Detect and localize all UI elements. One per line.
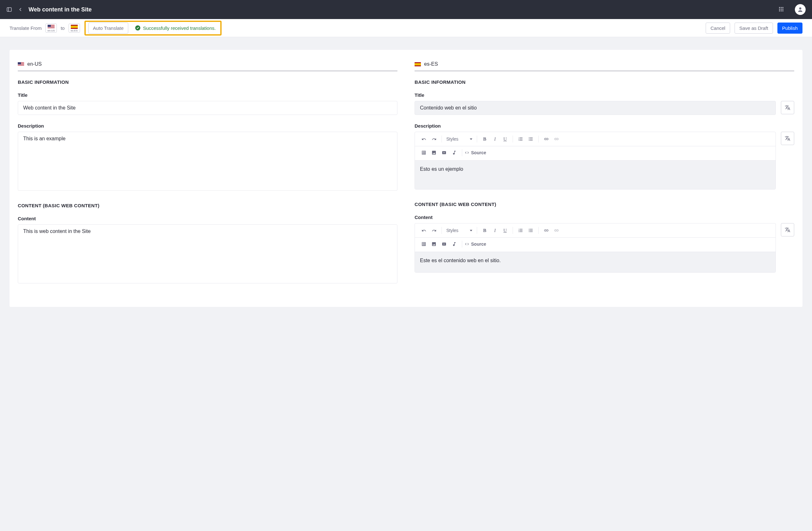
apps-icon[interactable] [778, 6, 785, 13]
target-content-editor: Styles B I U [415, 223, 776, 272]
svg-rect-3 [781, 7, 782, 8]
link-icon[interactable] [541, 226, 551, 235]
redo-icon[interactable] [429, 226, 439, 235]
title-label: Title [18, 92, 397, 98]
link-icon[interactable] [541, 135, 551, 144]
basic-info-heading: BASIC INFORMATION [18, 79, 397, 85]
target-description-input[interactable]: Esto es un ejemplo [415, 161, 775, 189]
basic-info-heading: BASIC INFORMATION [415, 79, 794, 85]
source-button[interactable]: Source [465, 150, 486, 155]
us-flag-icon [48, 25, 55, 29]
target-description-editor: Styles B I U [415, 132, 776, 190]
source-column: en-US BASIC INFORMATION Title Web conten… [18, 61, 397, 295]
svg-point-11 [799, 7, 801, 10]
underline-icon[interactable]: U [500, 226, 510, 235]
svg-rect-10 [782, 11, 783, 12]
italic-icon[interactable]: I [490, 226, 500, 235]
source-title-value: Web content in the Site [18, 101, 397, 115]
audio-icon[interactable] [449, 148, 459, 157]
target-locale-label: es-ES [424, 61, 438, 67]
back-icon[interactable] [18, 7, 23, 12]
bold-icon[interactable]: B [480, 135, 490, 144]
translate-from-label: Translate From [10, 25, 42, 31]
video-icon[interactable] [439, 148, 449, 157]
content-label: Content [415, 215, 794, 220]
source-locale-selector[interactable]: en-US [45, 24, 57, 33]
source-description-value: This is an example [18, 132, 397, 191]
svg-rect-6 [781, 9, 782, 10]
video-icon[interactable] [439, 240, 449, 249]
content-heading: CONTENT (BASIC WEB CONTENT) [18, 203, 397, 208]
us-flag-icon [18, 62, 24, 67]
ordered-list-icon[interactable] [516, 226, 526, 235]
topbar: Web content in the Site [0, 0, 812, 19]
description-label: Description [415, 123, 794, 129]
svg-rect-0 [7, 8, 11, 12]
page-title: Web content in the Site [29, 6, 92, 13]
italic-icon[interactable]: I [490, 135, 500, 144]
cancel-button[interactable]: Cancel [706, 23, 730, 34]
es-flag-icon [415, 62, 421, 67]
image-icon[interactable] [429, 148, 439, 157]
source-button[interactable]: Source [465, 241, 486, 247]
success-message: Successfully received translations. [135, 25, 216, 31]
es-flag-icon [71, 25, 78, 29]
content-heading: CONTENT (BASIC WEB CONTENT) [415, 202, 794, 207]
target-title-input[interactable]: Contenido web en el sitio [415, 101, 776, 115]
styles-dropdown[interactable]: Styles [445, 228, 474, 233]
auto-translate-highlight: Auto Translate Successfully received tra… [84, 20, 221, 35]
svg-rect-2 [779, 7, 780, 8]
svg-rect-5 [779, 9, 780, 10]
translate-toolbar: Translate From en-US to es-ES Auto Trans… [0, 19, 812, 37]
title-label: Title [415, 92, 794, 98]
translate-field-button[interactable] [781, 223, 794, 236]
unlink-icon[interactable] [551, 226, 562, 235]
target-column: es-ES BASIC INFORMATION Title Contenido … [415, 61, 794, 295]
target-content-input[interactable]: Este es el contenido web en el sitio. [415, 252, 775, 272]
to-label: to [61, 25, 65, 31]
auto-translate-button[interactable]: Auto Translate [88, 23, 129, 34]
source-content-value: This is web content in the Site [18, 224, 397, 283]
underline-icon[interactable]: U [500, 135, 510, 144]
sidebar-toggle-icon[interactable] [6, 7, 12, 12]
table-icon[interactable] [419, 148, 429, 157]
audio-icon[interactable] [449, 240, 459, 249]
svg-rect-9 [781, 11, 782, 12]
image-icon[interactable] [429, 240, 439, 249]
svg-rect-7 [782, 9, 783, 10]
svg-rect-8 [779, 11, 780, 12]
translate-field-button[interactable] [781, 132, 794, 145]
table-icon[interactable] [419, 240, 429, 249]
undo-icon[interactable] [419, 226, 429, 235]
translation-panel: en-US BASIC INFORMATION Title Web conten… [10, 50, 802, 307]
undo-icon[interactable] [419, 135, 429, 144]
save-draft-button[interactable]: Save as Draft [735, 23, 773, 34]
redo-icon[interactable] [429, 135, 439, 144]
target-locale-selector[interactable]: es-ES [69, 24, 80, 33]
check-circle-icon [135, 25, 140, 30]
translate-field-button[interactable] [781, 101, 794, 114]
user-avatar[interactable] [795, 4, 806, 15]
unordered-list-icon[interactable] [526, 135, 536, 144]
unlink-icon[interactable] [551, 135, 562, 144]
source-locale-label: en-US [27, 61, 42, 67]
content-label: Content [18, 216, 397, 221]
unordered-list-icon[interactable] [526, 226, 536, 235]
bold-icon[interactable]: B [480, 226, 490, 235]
styles-dropdown[interactable]: Styles [445, 136, 474, 142]
description-label: Description [18, 123, 397, 129]
publish-button[interactable]: Publish [778, 23, 802, 34]
ordered-list-icon[interactable] [516, 135, 526, 144]
svg-rect-4 [782, 7, 783, 8]
